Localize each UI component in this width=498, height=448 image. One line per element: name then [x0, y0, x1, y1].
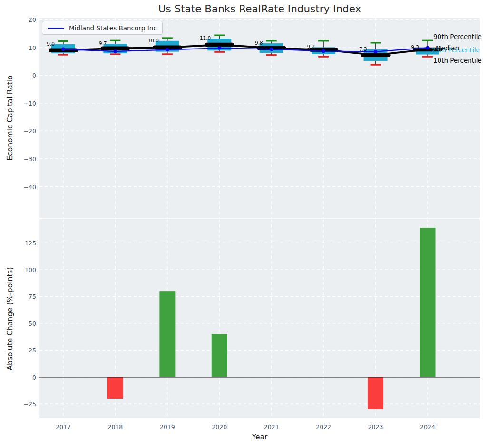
median-marker-2020	[205, 43, 234, 47]
legend-line-swatch	[48, 28, 64, 29]
median-value-label: 9.8	[255, 40, 263, 46]
bottom-chart-canvas	[39, 219, 480, 418]
y-tick-label: −25	[7, 400, 36, 408]
x-tick-label: 2020	[212, 423, 227, 430]
company-marker-2023	[374, 50, 378, 54]
legend-label: Midland States Bancorp Inc	[69, 24, 157, 32]
y-tick-label: 50	[7, 320, 36, 327]
y-tick-label: −20	[7, 127, 36, 135]
median-value-label: 10.0	[147, 38, 158, 43]
bottom-plot-area	[39, 219, 480, 418]
x-axis-label: Year	[39, 433, 480, 441]
median-value-label: 9.7	[99, 40, 107, 46]
median-marker-2023	[361, 53, 391, 57]
figure: Us State Banks RealRate Industry Index M…	[0, 0, 498, 448]
median-value-label: 9.2	[307, 44, 315, 49]
median-value-label: 7.3	[359, 46, 367, 52]
x-tick-label: 2021	[264, 423, 279, 430]
median-value-label: 11.0	[200, 35, 211, 41]
median-value-label: 9.3	[411, 44, 419, 50]
company-marker-2019	[166, 48, 169, 52]
company-marker-2020	[217, 46, 221, 50]
y-tick-label: −40	[7, 183, 36, 190]
change-bar-2023	[368, 377, 383, 409]
median-value-label: 9.0	[47, 41, 55, 47]
y-tick-label: 25	[7, 347, 36, 354]
x-tick-label: 2022	[316, 423, 331, 430]
chart-title: Us State Banks RealRate Industry Index	[39, 3, 480, 15]
y-tick-label: −30	[7, 155, 36, 162]
x-tick-label: 2024	[420, 423, 435, 430]
x-tick-label: 2018	[108, 423, 123, 430]
legend: Midland States Bancorp Inc	[42, 21, 163, 35]
change-bar-2019	[159, 291, 175, 377]
y-tick-label: 125	[7, 239, 36, 246]
change-bar-2020	[212, 334, 227, 377]
annotation-90th-percentile: 90th Percentile	[433, 33, 482, 40]
y-tick-label: −10	[7, 99, 36, 107]
y-tick-label: 0	[7, 373, 36, 380]
top-y-axis-label: Economic Capital Ratio	[6, 75, 14, 160]
company-marker-2021	[270, 48, 273, 51]
x-tick-label: 2017	[56, 423, 71, 430]
company-marker-2022	[322, 49, 325, 53]
change-bar-2018	[107, 377, 123, 399]
company-marker-2018	[114, 49, 117, 53]
y-tick-label: 0	[7, 72, 36, 79]
x-tick-label: 2023	[368, 423, 383, 430]
annotation-median: Median	[436, 44, 459, 52]
bottom-y-axis-label: Absolute Change (%-points)	[6, 267, 14, 370]
change-bar-2024	[420, 228, 436, 377]
y-tick-label: 10	[7, 44, 36, 51]
company-marker-2024	[426, 46, 430, 50]
y-tick-label: 20	[7, 16, 36, 23]
y-tick-label: 75	[7, 293, 36, 300]
company-marker-2017	[61, 48, 65, 51]
annotation-10th-percentile: 10th Percentile	[433, 57, 482, 64]
y-tick-label: 100	[7, 266, 36, 273]
x-tick-label: 2019	[160, 423, 175, 430]
